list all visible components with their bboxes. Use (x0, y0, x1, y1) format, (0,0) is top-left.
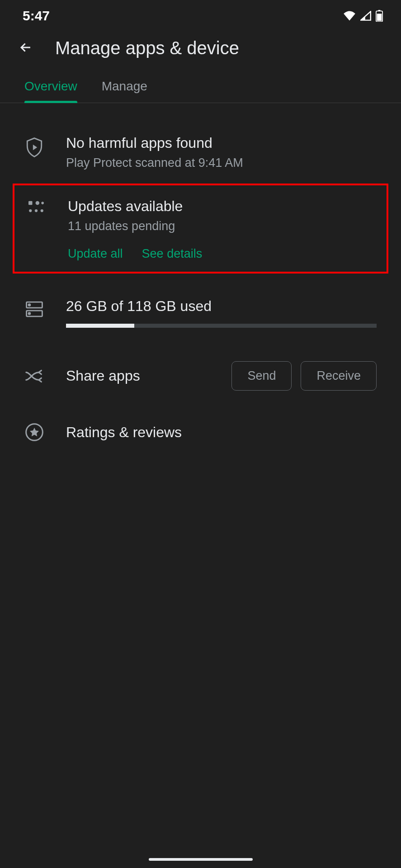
receive-button[interactable]: Receive (301, 361, 377, 391)
share-apps-row: Share apps Send Receive (24, 338, 377, 407)
update-all-button[interactable]: Update all (68, 247, 123, 261)
tab-overview[interactable]: Overview (24, 72, 77, 103)
content: No harmful apps found Play Protect scann… (0, 103, 401, 458)
updates-row[interactable]: Updates available 11 updates pending Upd… (14, 193, 387, 264)
status-bar: 5:47 (0, 0, 401, 32)
share-shuffle-icon (24, 369, 44, 383)
share-apps-label: Share apps (66, 368, 210, 384)
svg-point-11 (28, 304, 30, 306)
battery-icon (376, 10, 383, 22)
send-button[interactable]: Send (231, 361, 292, 391)
wifi-icon (343, 11, 356, 21)
tab-manage[interactable]: Manage (102, 72, 147, 103)
page-title: Manage apps & device (55, 38, 239, 58)
svg-point-7 (35, 209, 38, 212)
see-details-button[interactable]: See details (142, 247, 203, 261)
storage-fill (66, 324, 134, 328)
title-bar: Manage apps & device (0, 32, 401, 72)
status-icons (343, 10, 383, 22)
updates-highlight: Updates available 11 updates pending Upd… (13, 184, 388, 274)
storage-icon (24, 301, 44, 318)
play-protect-subtitle: Play Protect scanned at 9:41 AM (66, 156, 377, 170)
play-protect-title: No harmful apps found (66, 135, 377, 151)
updates-subtitle: 11 updates pending (68, 219, 375, 233)
ratings-label: Ratings & reviews (66, 424, 182, 441)
storage-bar (66, 324, 377, 328)
back-button[interactable] (18, 40, 33, 57)
tab-bar: Overview Manage (0, 72, 401, 103)
svg-rect-2 (377, 14, 382, 21)
storage-row[interactable]: 26 GB of 118 GB used (24, 283, 377, 338)
svg-point-8 (41, 209, 43, 212)
play-protect-row[interactable]: No harmful apps found Play Protect scann… (24, 125, 377, 180)
shield-play-icon (24, 137, 44, 157)
svg-point-5 (41, 202, 44, 204)
apps-grid-icon (26, 201, 46, 214)
svg-rect-3 (28, 201, 33, 205)
status-time: 5:47 (23, 8, 50, 24)
ratings-row[interactable]: Ratings & reviews (24, 407, 377, 458)
svg-rect-1 (378, 10, 381, 11)
navigation-pill[interactable] (149, 858, 253, 861)
star-circle-icon (24, 423, 44, 441)
storage-label: 26 GB of 118 GB used (66, 298, 377, 315)
svg-point-12 (28, 313, 30, 315)
svg-point-6 (29, 209, 32, 212)
updates-title: Updates available (68, 198, 375, 215)
svg-point-4 (36, 201, 40, 205)
cell-signal-icon (360, 11, 371, 21)
